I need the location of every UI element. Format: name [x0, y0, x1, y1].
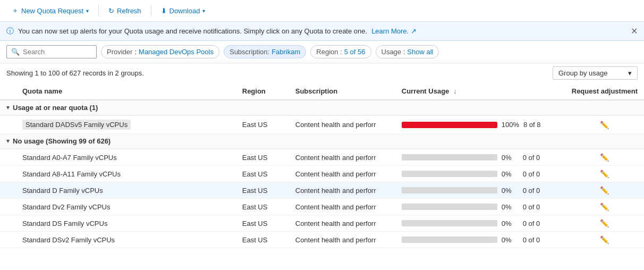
- row-region-cell: East US: [236, 232, 289, 248]
- group-header-row[interactable]: ▾ Usage at or near quota (1): [0, 100, 644, 116]
- row-quota-name-cell: Standard A8-A11 Family vCPUs: [16, 166, 236, 182]
- refresh-label: Refresh: [117, 7, 141, 15]
- usage-bar-track: [402, 187, 497, 193]
- edit-icon[interactable]: ✏️: [600, 186, 609, 195]
- col-expand: [0, 83, 16, 100]
- edit-icon[interactable]: ✏️: [600, 121, 609, 129]
- row-subscription-cell: Content health and perforr: [289, 166, 395, 182]
- sort-arrow-icon: ↓: [453, 87, 457, 95]
- provider-label: Provider: [107, 48, 132, 56]
- refresh-button[interactable]: ↻ Refresh: [103, 4, 147, 18]
- search-icon: 🔍: [11, 48, 20, 56]
- quota-name: Standard DS Family vCPUs: [22, 220, 107, 227]
- group-by-label: Group by usage: [558, 69, 608, 77]
- usage-filter[interactable]: Usage : Show all: [376, 45, 439, 58]
- refresh-icon: ↻: [108, 7, 114, 15]
- row-subscription-cell: Content health and perforr: [289, 199, 395, 215]
- usage-pct-label: 0%: [502, 203, 519, 211]
- edit-icon[interactable]: ✏️: [600, 219, 609, 227]
- row-expand-cell: [0, 232, 16, 248]
- usage-bar-fill: [402, 122, 497, 128]
- plus-icon: ＋: [12, 6, 19, 15]
- search-input[interactable]: [23, 48, 92, 56]
- usage-bar-track: [402, 204, 497, 210]
- table-row[interactable]: Standard A8-A11 Family vCPUs East US Con…: [0, 166, 644, 182]
- table-row[interactable]: Standard Dv2 Family vCPUs East US Conten…: [0, 199, 644, 215]
- edit-icon[interactable]: ✏️: [600, 170, 609, 178]
- row-expand-cell: [0, 182, 16, 199]
- row-request-cell: ✏️: [565, 116, 644, 134]
- table-row[interactable]: Standard DS Family vCPUs East US Content…: [0, 215, 644, 232]
- subscription-label: Subscription:: [230, 48, 269, 56]
- row-request-cell: ✏️: [565, 215, 644, 232]
- row-subscription-cell: Content health and perforr: [289, 215, 395, 232]
- toolbar-divider-1: [98, 5, 99, 16]
- table-row[interactable]: Standard D Family vCPUs East US Content …: [0, 182, 644, 199]
- row-quota-name-cell: Standard D Family vCPUs: [16, 182, 236, 199]
- quota-table: Quota name Region Subscription Current U…: [0, 83, 644, 248]
- table-header-row: Quota name Region Subscription Current U…: [0, 83, 644, 100]
- row-usage-cell: 100% 8 of 8: [395, 116, 565, 134]
- usage-bar-track: [402, 171, 497, 177]
- edit-icon[interactable]: ✏️: [600, 203, 609, 211]
- group-label: Usage at or near quota (1): [13, 104, 98, 112]
- subscription-filter[interactable]: Subscription: Fabrikam: [224, 45, 306, 58]
- usage-pct-label: 0%: [502, 170, 519, 178]
- group-header[interactable]: ▾ No usage (Showing 99 of 626): [0, 134, 644, 149]
- usage-bar-track: [402, 154, 497, 161]
- group-header-row[interactable]: ▾ No usage (Showing 99 of 626): [0, 134, 644, 149]
- row-expand-cell: [0, 116, 16, 134]
- row-quota-name-cell: Standard A0-A7 Family vCPUs: [16, 149, 236, 166]
- row-usage-cell: 0% 0 of 0: [395, 182, 565, 199]
- provider-value: Managed DevOps Pools: [139, 48, 214, 56]
- region-filter[interactable]: Region : 5 of 56: [310, 45, 371, 58]
- edit-icon[interactable]: ✏️: [600, 235, 609, 244]
- toolbar: ＋ New Quota Request ▾ ↻ Refresh ⬇ Downlo…: [0, 0, 644, 22]
- search-box[interactable]: 🔍: [6, 45, 97, 58]
- learn-more-link[interactable]: Learn More. ↗: [371, 27, 417, 35]
- usage-pct-label: 0%: [502, 154, 519, 162]
- table-row[interactable]: Standard DSv2 Family vCPUs East US Conte…: [0, 232, 644, 248]
- usage-count-label: 0 of 0: [523, 187, 549, 195]
- usage-count-label: 8 of 8: [523, 121, 550, 129]
- row-subscription-cell: Content health and perforr: [289, 116, 395, 134]
- filter-bar: 🔍 Provider : Managed DevOps Pools Subscr…: [0, 41, 644, 63]
- subscription-value: Fabrikam: [272, 48, 300, 56]
- group-header[interactable]: ▾ Usage at or near quota (1): [0, 100, 644, 115]
- row-expand-cell: [0, 199, 16, 215]
- row-region-cell: East US: [236, 149, 289, 166]
- provider-filter[interactable]: Provider : Managed DevOps Pools: [101, 45, 219, 58]
- row-usage-cell: 0% 0 of 0: [395, 215, 565, 232]
- quota-name: Standard DSv2 Family vCPUs: [22, 236, 115, 244]
- usage-bar-container: 0% 0 of 0: [402, 170, 559, 178]
- edit-icon[interactable]: ✏️: [600, 153, 609, 162]
- group-chevron-icon: ▾: [6, 138, 10, 145]
- group-by-select[interactable]: Group by usage ▾: [553, 66, 638, 80]
- row-usage-cell: 0% 0 of 0: [395, 166, 565, 182]
- usage-bar-container: 0% 0 of 0: [402, 154, 559, 162]
- col-current-usage[interactable]: Current Usage ↓: [395, 83, 565, 100]
- row-quota-name-cell: Standard DS Family vCPUs: [16, 215, 236, 232]
- col-request-adjustment: Request adjustment: [565, 83, 644, 100]
- quota-name-highlighted: Standard DADSv5 Family vCPUs: [22, 120, 131, 130]
- row-request-cell: ✏️: [565, 182, 644, 199]
- row-subscription-cell: Content health and perforr: [289, 232, 395, 248]
- banner-close-button[interactable]: ✕: [631, 26, 638, 36]
- banner-message: You can now set up alerts for your Quota…: [18, 27, 367, 35]
- usage-pct-label: 0%: [502, 236, 519, 244]
- row-region-cell: East US: [236, 215, 289, 232]
- table-row[interactable]: Standard A0-A7 Family vCPUs East US Cont…: [0, 149, 644, 166]
- info-banner: ⓘ You can now set up alerts for your Quo…: [0, 22, 644, 41]
- usage-pct-label: 0%: [502, 187, 519, 195]
- table-row[interactable]: Standard DADSv5 Family vCPUs East US Con…: [0, 116, 644, 134]
- group-chevron-icon: ▾: [6, 104, 10, 111]
- records-bar: Showing 1 to 100 of 627 records in 2 gro…: [0, 63, 644, 83]
- row-usage-cell: 0% 0 of 0: [395, 199, 565, 215]
- download-button[interactable]: ⬇ Download ▾: [156, 4, 211, 18]
- download-label: Download: [170, 7, 200, 15]
- col-subscription: Subscription: [289, 83, 395, 100]
- new-quota-request-button[interactable]: ＋ New Quota Request ▾: [6, 3, 94, 18]
- row-request-cell: ✏️: [565, 166, 644, 182]
- download-icon: ⬇: [161, 7, 167, 15]
- usage-bar-track: [402, 220, 497, 226]
